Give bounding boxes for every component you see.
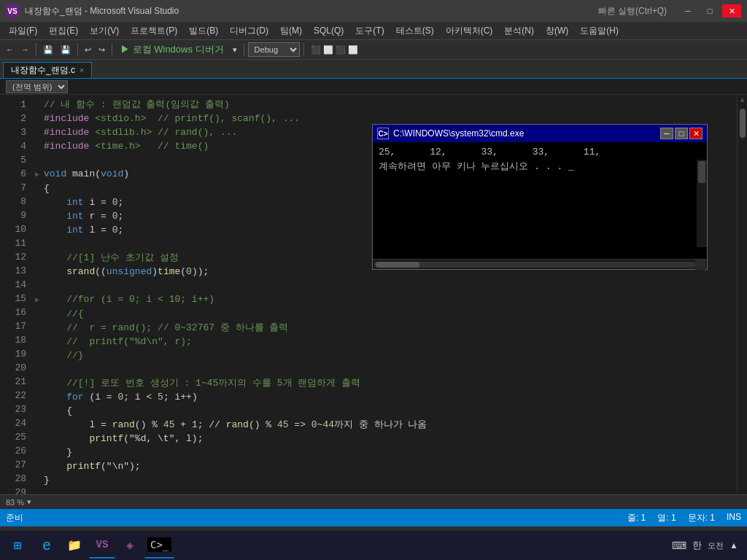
scroll-up-arrow[interactable]: ▲ xyxy=(740,95,744,106)
fold-btn-6[interactable]: ▶ xyxy=(35,168,42,182)
toolbar-save-btn[interactable]: 💾 xyxy=(40,44,56,56)
scope-bar: (전역 범위) xyxy=(0,79,747,95)
code-content-15: //for (i = 0; i < 10; i++) xyxy=(44,292,214,306)
code-line-14[interactable] xyxy=(35,279,737,292)
cmd-hscroll-track xyxy=(374,262,695,268)
menu-project[interactable]: 프로젝트(P) xyxy=(125,23,183,39)
line-number-28: 28 xyxy=(0,472,26,486)
code-content-18: // printf("%d\n", r); xyxy=(44,335,192,349)
app-title: 내장함수_랜덤 - Microsoft Visual Studio xyxy=(25,5,598,18)
vs-logo-icon: VS xyxy=(6,4,19,18)
explorer-icon: 📁 xyxy=(67,538,82,553)
taskbar-notification[interactable]: ▲ xyxy=(729,540,738,551)
line-number-27: 27 xyxy=(0,458,26,472)
taskbar-vs-btn[interactable]: VS xyxy=(89,532,115,559)
line-number-2: 2 xyxy=(0,112,26,125)
code-content-21: //[!] 로또 번호 생성기 : 1~45까지의 수를 5개 랜덤하게 출력 xyxy=(44,376,360,390)
menu-test[interactable]: 테스트(S) xyxy=(390,23,440,39)
code-line-29[interactable] xyxy=(35,487,737,494)
menu-window[interactable]: 창(W) xyxy=(540,23,574,39)
cmd-hscroll-thumb[interactable] xyxy=(376,262,419,268)
taskbar-right: ⌨ 한 오전 ▲ xyxy=(672,539,744,552)
code-line-15[interactable]: ▶ //for (i = 0; i < 10; i++) xyxy=(35,292,737,307)
code-content-16: //{ xyxy=(44,307,84,321)
config-dropdown[interactable]: Debug Release xyxy=(248,42,300,57)
taskbar-explorer-btn[interactable]: 📁 xyxy=(61,532,88,559)
menu-debug[interactable]: 디버그(D) xyxy=(224,23,274,39)
taskbar-vs-launcher-btn[interactable]: ◈ xyxy=(117,532,143,559)
code-line-23[interactable]: { xyxy=(35,404,737,418)
quick-search-label[interactable]: 빠른 실행(Ctrl+Q) xyxy=(598,5,667,18)
line-number-3: 3 xyxy=(0,125,26,139)
cmd-close-btn[interactable]: ✕ xyxy=(689,128,703,139)
minimize-button[interactable]: ─ xyxy=(678,4,697,18)
vertical-scrollbar[interactable]: ▲ xyxy=(737,95,747,494)
menu-build[interactable]: 빌드(B) xyxy=(183,23,224,39)
code-content-6: void main(void) xyxy=(44,167,129,181)
code-line-24[interactable]: l = rand() % 45 + 1; // rand() % 45 => 0… xyxy=(35,418,737,432)
toolbar-sep-2 xyxy=(77,43,78,56)
menu-sql[interactable]: SQL(Q) xyxy=(308,24,349,37)
close-button[interactable]: ✕ xyxy=(722,4,741,18)
tab-bar: 내장함수_랜덤.c × xyxy=(0,60,747,79)
toolbar-undo-btn[interactable]: ↩ xyxy=(82,44,94,56)
cmd-vertical-scrollbar[interactable] xyxy=(697,160,707,247)
zoom-label: 83 % xyxy=(6,498,24,507)
scope-dropdown[interactable]: (전역 범위) xyxy=(6,80,68,93)
menu-view[interactable]: 보기(V) xyxy=(84,23,125,39)
lang-indicator[interactable]: 한 xyxy=(692,539,702,552)
line-number-29: 29 xyxy=(0,486,26,494)
code-line-16[interactable]: //{ xyxy=(35,307,737,321)
menu-analyze[interactable]: 분석(N) xyxy=(498,23,540,39)
cmd-title: C:\WINDOWS\system32\cmd.exe xyxy=(393,128,656,139)
line-number-11: 11 xyxy=(0,236,26,250)
code-line-20[interactable] xyxy=(35,362,737,376)
toolbar-arrow-down[interactable]: ▾ xyxy=(230,44,240,56)
fold-btn-15[interactable]: ▶ xyxy=(35,293,42,307)
toolbar-redo-btn[interactable]: ↪ xyxy=(96,44,108,56)
debug-play-button[interactable]: ▶ 로컬 Windows 디버거 xyxy=(117,42,227,58)
status-line: 줄: 1 xyxy=(627,512,646,524)
file-tab[interactable]: 내장함수_랜덤.c × xyxy=(3,62,92,78)
line-number-7: 7 xyxy=(0,181,26,195)
line-number-4: 4 xyxy=(0,139,26,153)
code-line-27[interactable]: printf("\n"); xyxy=(35,459,737,473)
code-line-1[interactable]: // 내 함수 : 랜덤값 출력(임의값 출력) xyxy=(35,98,737,112)
taskbar-ie-btn[interactable]: e xyxy=(34,532,60,559)
cmd-minimize-btn[interactable]: ─ xyxy=(660,128,673,139)
code-line-25[interactable]: printf("%d, \t", l); xyxy=(35,432,737,446)
vs-launcher-icon: ◈ xyxy=(126,538,133,553)
code-content-3: #include <stdlib.h> // rand(), ... xyxy=(44,125,237,139)
cmd-window: C> C:\WINDOWS\system32\cmd.exe ─ □ ✕ 25,… xyxy=(372,124,708,270)
toolbar-save-all-btn[interactable]: 💾 xyxy=(58,44,74,56)
scroll-thumb[interactable] xyxy=(740,109,746,138)
code-line-28[interactable]: } xyxy=(35,473,737,487)
code-line-26[interactable]: } xyxy=(35,446,737,459)
maximize-button[interactable]: □ xyxy=(700,4,719,18)
code-line-22[interactable]: for (i = 0; i < 5; i++) xyxy=(35,390,737,404)
editor-area: 1234567891011121314151617181920212223242… xyxy=(0,95,747,494)
menu-arch[interactable]: 아키텍처(C) xyxy=(440,23,499,39)
menu-tools[interactable]: 도구(T) xyxy=(349,23,390,39)
cmd-horizontal-scrollbar[interactable] xyxy=(373,259,707,269)
status-right: 줄: 1 열: 1 문자: 1 INS xyxy=(627,512,741,524)
taskbar-cmd-btn[interactable]: C>_ xyxy=(144,532,174,559)
toolbar-back-btn[interactable]: ← xyxy=(3,44,17,55)
code-line-19[interactable]: //} xyxy=(35,349,737,362)
start-button[interactable]: ⊞ xyxy=(3,531,32,560)
cmd-scroll-thumb[interactable] xyxy=(698,161,705,183)
menu-team[interactable]: 팀(M) xyxy=(274,23,308,39)
menu-help[interactable]: 도움말(H) xyxy=(574,23,624,39)
line-number-16: 16 xyxy=(0,306,26,319)
code-content-28: } xyxy=(44,473,50,487)
code-line-18[interactable]: // printf("%d\n", r); xyxy=(35,335,737,349)
tab-close-btn[interactable]: × xyxy=(80,66,84,74)
code-line-17[interactable]: // r = rand(); // 0~32767 중 하나를 출력 xyxy=(35,321,737,335)
code-line-21[interactable]: //[!] 로또 번호 생성기 : 1~45까지의 수를 5개 랜덤하게 출력 xyxy=(35,376,737,390)
cmd-maximize-btn[interactable]: □ xyxy=(675,128,688,139)
menu-edit[interactable]: 편집(E) xyxy=(43,23,84,39)
menu-file[interactable]: 파일(F) xyxy=(3,23,43,39)
toolbar-forward-btn[interactable]: → xyxy=(18,44,32,55)
tab-filename: 내장함수_랜덤.c xyxy=(11,64,75,77)
zoom-dropdown-btn[interactable]: ▾ xyxy=(27,497,31,507)
